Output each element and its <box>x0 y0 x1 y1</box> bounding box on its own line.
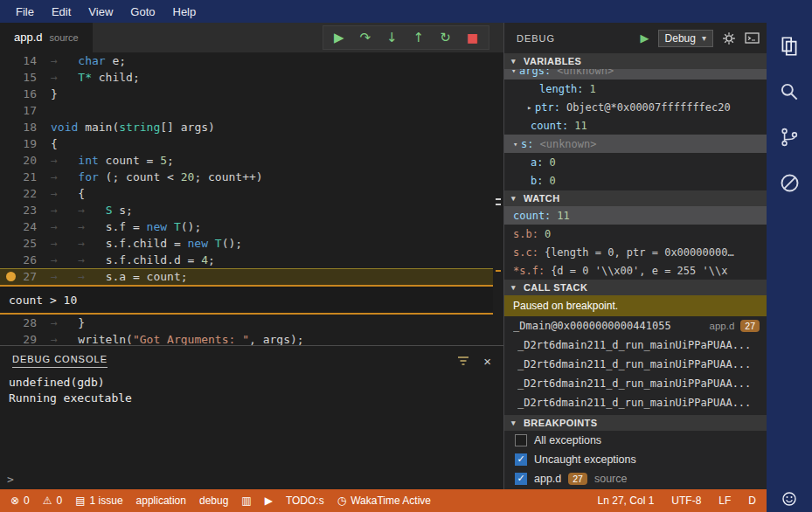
warning-count[interactable]: ⚠0 <box>43 495 62 507</box>
breakpoint-row[interactable]: app.d 27 source <box>504 469 767 488</box>
twisty-icon[interactable]: ▾ <box>513 140 521 149</box>
search-icon[interactable] <box>776 79 802 105</box>
variable-row[interactable]: b:0 <box>504 171 767 190</box>
menu-goto[interactable]: Goto <box>121 5 163 18</box>
section-variables[interactable]: ▾ VARIABLES <box>504 53 767 69</box>
code-line[interactable]: 25→ → s.f.child = new T(); <box>0 235 493 252</box>
step-out-icon[interactable]: ↑ <box>413 31 425 45</box>
code-line[interactable]: 28→ } <box>0 315 493 331</box>
debug-console-icon[interactable] <box>745 31 760 45</box>
encoding-indicator[interactable]: UTF-8 <box>671 495 701 507</box>
cursor-position[interactable]: Ln 27, Col 1 <box>598 495 655 507</box>
watch-row[interactable]: s.b:0 <box>504 225 767 243</box>
code-line[interactable]: 16} <box>0 86 493 102</box>
run-item[interactable]: ▶ <box>265 495 273 507</box>
stack-frame[interactable]: _D2rt6dmain211_d_run_mainUiPPaPUAA... <box>504 374 767 393</box>
code-line[interactable]: 21→ for (; count < 20; count++) <box>0 169 493 185</box>
stack-frame[interactable]: _D2rt6dmain211_d_run_mainUiPPaPUAA... <box>504 336 767 355</box>
checkbox[interactable] <box>515 453 527 466</box>
line-number[interactable]: 24 <box>0 218 37 235</box>
stop-icon[interactable]: ■ <box>467 31 478 44</box>
filter-icon[interactable] <box>457 355 469 367</box>
variable-row[interactable]: ▾args:<unknown> <box>504 69 767 80</box>
code-line[interactable]: 19{ <box>0 135 493 152</box>
menu-edit[interactable]: Edit <box>43 5 80 18</box>
stack-frame[interactable]: _Dmain@0x0000000000441055 app.d 27 <box>504 316 767 336</box>
code-line[interactable]: 24→ → s.f = new T(); <box>0 218 493 235</box>
line-number[interactable]: 18 <box>0 119 37 135</box>
breakpoint-row[interactable]: All exceptions <box>504 431 767 450</box>
watch-row[interactable]: *s.f:{d = 0 '\\x00', e = 255 '\\x <box>504 261 767 280</box>
menu-view[interactable]: View <box>80 5 121 18</box>
restart-icon[interactable]: ↻ <box>440 31 451 45</box>
twisty-icon[interactable]: ▸ <box>527 103 535 112</box>
variable-row[interactable]: a:0 <box>504 153 767 171</box>
code-line[interactable]: 18void main(string[] args) <box>0 119 493 135</box>
line-number[interactable]: 20 <box>0 152 37 169</box>
line-number[interactable]: 23 <box>0 202 37 218</box>
debug-icon[interactable] <box>776 170 802 196</box>
code-line[interactable]: 14→ char e; <box>0 52 493 69</box>
eol-indicator[interactable]: LF <box>718 495 731 507</box>
wakatime-item[interactable]: ◷WakaTime Active <box>337 495 431 507</box>
code-line[interactable]: 20→ int count = 5; <box>0 152 493 169</box>
code-line-breakpoint[interactable]: 27→ → s.a = count; <box>0 268 493 285</box>
twisty-icon[interactable]: ▾ <box>511 69 519 75</box>
console-title[interactable]: DEBUG CONSOLE <box>12 354 108 368</box>
console-input-prompt[interactable]: > <box>7 473 14 486</box>
step-into-icon[interactable]: ↓ <box>386 31 398 45</box>
doc-item[interactable]: ▥ <box>241 495 251 507</box>
condition-expression[interactable]: count > 10 <box>9 292 77 308</box>
section-watch[interactable]: ▾ WATCH <box>504 190 767 206</box>
variable-row[interactable]: count:11 <box>504 116 767 135</box>
continue-icon[interactable]: ▶ <box>334 31 344 45</box>
code-line[interactable]: 22→ { <box>0 185 493 202</box>
start-debug-icon[interactable]: ▶ <box>641 31 649 45</box>
debug-config-dropdown[interactable]: Debug ▾ <box>658 30 713 47</box>
line-number[interactable]: 14 <box>0 52 37 69</box>
variable-row[interactable]: ▾s:<unknown> <box>504 135 767 153</box>
settings-gear-icon[interactable] <box>722 31 736 45</box>
line-number[interactable]: 21 <box>0 169 37 185</box>
breakpoint-condition-widget[interactable]: count > 10 <box>0 285 493 315</box>
line-number[interactable]: 19 <box>0 135 37 152</box>
issues-item[interactable]: ▤1 issue <box>75 495 122 507</box>
editor-scrollbar[interactable] <box>493 52 503 345</box>
git-branch-icon[interactable] <box>776 124 802 150</box>
code-line[interactable]: 23→ → S s; <box>0 202 493 218</box>
menu-help[interactable]: Help <box>164 5 205 18</box>
step-over-icon[interactable]: ↷ <box>359 31 371 45</box>
checkbox[interactable] <box>515 473 527 485</box>
language-indicator[interactable]: D <box>748 495 756 507</box>
files-icon[interactable] <box>776 33 802 59</box>
section-breakpoints[interactable]: ▾ BREAKPOINTS <box>504 415 767 431</box>
breakpoint-row[interactable]: Uncaught exceptions <box>504 450 767 469</box>
feedback-smiley-icon[interactable] <box>781 491 797 510</box>
line-number[interactable]: 22 <box>0 185 37 202</box>
watch-row[interactable]: s.c:{length = 0, ptr = 0x00000000… <box>504 243 767 261</box>
code-line[interactable]: 26→ → s.f.child.d = 4; <box>0 252 493 268</box>
tab-appd[interactable]: app.d source <box>0 23 93 52</box>
code-line[interactable]: 15→ T* child; <box>0 69 493 86</box>
launch-config-item[interactable]: application <box>136 495 186 507</box>
debug-mode-item[interactable]: debug <box>199 495 228 507</box>
checkbox[interactable] <box>515 434 527 446</box>
line-number[interactable]: 28 <box>0 315 37 331</box>
watch-row[interactable]: count:11 <box>504 206 767 225</box>
stack-frame[interactable]: _D2rt6dmain211_d_run_mainUiPPaPUAA... <box>504 393 767 412</box>
variable-row[interactable]: ▸ptr:Object@*0x00007fffffffec20 <box>504 98 767 116</box>
code-line[interactable]: 17 <box>0 102 493 119</box>
menu-file[interactable]: File <box>7 5 43 18</box>
breakpoint-icon[interactable] <box>6 272 16 281</box>
line-number[interactable]: 17 <box>0 102 37 119</box>
variable-row[interactable]: length:1 <box>504 80 767 98</box>
todo-item[interactable]: TODO:s <box>286 495 324 507</box>
close-icon[interactable]: × <box>483 355 491 368</box>
error-count[interactable]: ⊗0 <box>10 495 30 507</box>
line-number[interactable]: 16 <box>0 86 37 102</box>
section-call-stack[interactable]: ▾ CALL STACK <box>504 280 767 295</box>
line-number[interactable]: 26 <box>0 252 37 268</box>
line-number[interactable]: 25 <box>0 235 37 252</box>
stack-frame[interactable]: _D2rt6dmain211_d_run_mainUiPPaPUAA... <box>504 355 767 374</box>
line-number[interactable]: 15 <box>0 69 37 86</box>
